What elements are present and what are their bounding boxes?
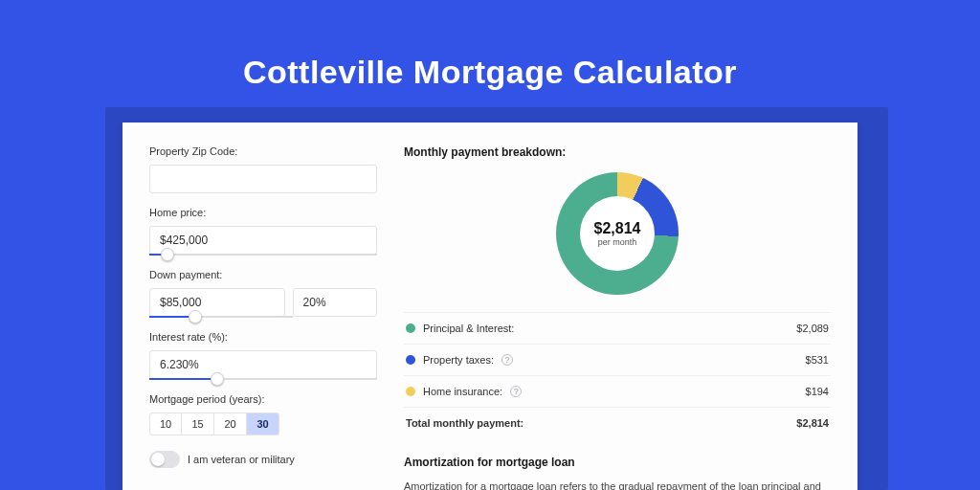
home-price-input[interactable] <box>149 226 377 255</box>
period-segmented: 10 15 20 30 <box>149 412 377 435</box>
field-zip: Property Zip Code: <box>149 145 377 193</box>
legend-row-taxes: Property taxes: ? $531 <box>404 345 831 376</box>
donut-center: $2,814 per month <box>580 196 655 271</box>
period-option-30[interactable]: 30 <box>247 412 279 435</box>
period-option-10[interactable]: 10 <box>149 412 182 435</box>
veteran-label: I am veteran or military <box>188 454 295 465</box>
donut-chart-wrap: $2,814 per month <box>404 167 831 312</box>
amortization-section: Amortization for mortgage loan Amortizat… <box>404 456 831 490</box>
results-column: Monthly payment breakdown: $2,814 per mo… <box>404 145 831 490</box>
home-price-slider-thumb[interactable] <box>161 248 174 261</box>
page-title: Cottleville Mortgage Calculator <box>0 0 980 118</box>
page-root: Cottleville Mortgage Calculator Property… <box>0 0 980 490</box>
amortization-text: Amortization for a mortgage loan refers … <box>404 479 831 490</box>
info-icon[interactable]: ? <box>510 386 522 397</box>
legend-value: $531 <box>806 354 829 366</box>
interest-rate-input[interactable] <box>149 350 377 379</box>
veteran-row: I am veteran or military <box>149 451 377 468</box>
period-option-15[interactable]: 15 <box>182 412 214 435</box>
legend-label: Principal & Interest: <box>423 323 514 334</box>
home-price-slider[interactable] <box>149 254 377 256</box>
legend-value: $194 <box>806 386 829 397</box>
donut-center-value: $2,814 <box>594 220 641 237</box>
form-column: Property Zip Code: Home price: Down paym… <box>149 145 377 490</box>
breakdown-title: Monthly payment breakdown: <box>404 145 831 159</box>
field-interest-rate: Interest rate (%): <box>149 331 377 380</box>
legend-label: Property taxes: <box>423 354 494 366</box>
down-payment-slider[interactable] <box>149 316 293 318</box>
down-payment-slider-thumb[interactable] <box>189 310 202 323</box>
home-price-label: Home price: <box>149 207 377 218</box>
period-label: Mortgage period (years): <box>149 393 377 405</box>
dot-icon <box>406 355 415 365</box>
interest-rate-slider-fill <box>149 378 217 380</box>
zip-label: Property Zip Code: <box>149 145 377 157</box>
total-value: $2,814 <box>796 417 829 429</box>
down-payment-label: Down payment: <box>149 269 377 280</box>
veteran-toggle[interactable] <box>149 451 180 468</box>
total-label: Total monthly payment: <box>406 417 523 429</box>
legend-row-total: Total monthly payment: $2,814 <box>404 408 831 438</box>
field-period: Mortgage period (years): 10 15 20 30 <box>149 393 377 435</box>
legend-label: Home insurance: <box>423 386 502 397</box>
legend-row-insurance: Home insurance: ? $194 <box>404 376 831 408</box>
down-payment-percent-input[interactable] <box>293 288 377 317</box>
interest-rate-label: Interest rate (%): <box>149 331 377 343</box>
legend-row-principal: Principal & Interest: $2,089 <box>404 313 831 345</box>
zip-input[interactable] <box>149 165 377 193</box>
dot-icon <box>406 387 415 396</box>
donut-center-sub: per month <box>598 237 637 247</box>
amortization-title: Amortization for mortgage loan <box>404 456 831 469</box>
calculator-card: Property Zip Code: Home price: Down paym… <box>122 122 858 490</box>
legend: Principal & Interest: $2,089 Property ta… <box>404 312 831 438</box>
field-home-price: Home price: <box>149 207 377 256</box>
period-option-20[interactable]: 20 <box>214 412 247 435</box>
interest-rate-slider-thumb[interactable] <box>211 372 224 386</box>
legend-value: $2,089 <box>796 323 829 334</box>
info-icon[interactable]: ? <box>501 354 513 366</box>
dot-icon <box>406 323 415 333</box>
field-down-payment: Down payment: <box>149 269 377 318</box>
down-payment-amount-input[interactable] <box>149 288 285 317</box>
interest-rate-slider[interactable] <box>149 378 377 380</box>
donut-chart: $2,814 per month <box>556 172 679 295</box>
